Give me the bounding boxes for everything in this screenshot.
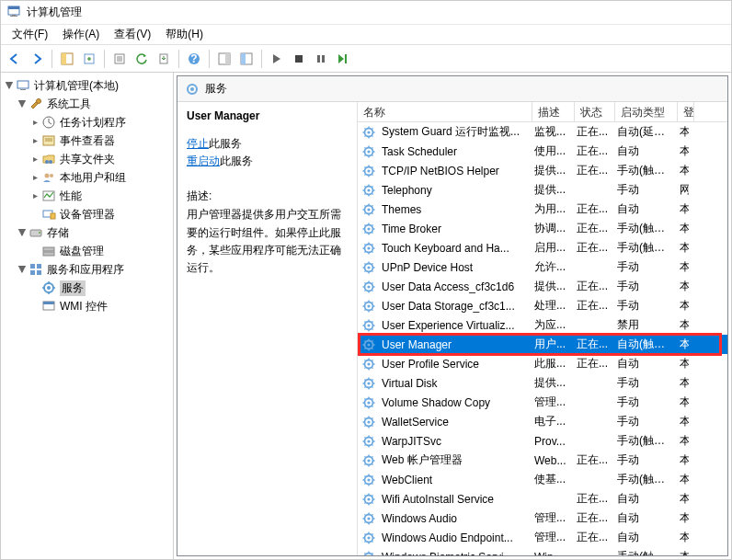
back-button[interactable] — [5, 49, 25, 69]
tree-node-services[interactable]: 服务 — [1, 279, 173, 297]
svg-point-32 — [50, 174, 53, 177]
expand-icon[interactable]: ▸ — [29, 173, 41, 182]
tree-node-shared-folders[interactable]: ▸ 共享文件夹 — [1, 150, 173, 168]
menu-help[interactable]: 帮助(H) — [158, 25, 211, 44]
expand-icon[interactable]: ▸ — [29, 154, 41, 164]
help-button[interactable]: ? — [184, 49, 204, 69]
cell-status: 正在... — [573, 491, 613, 507]
service-row[interactable]: TCP/IP NetBIOS Helper提供...正在...手动(触发...本 — [358, 161, 727, 180]
stop-service-button[interactable] — [289, 49, 309, 69]
svg-rect-40 — [30, 264, 35, 269]
pause-service-button[interactable] — [311, 49, 331, 69]
content-header: 服务 — [177, 76, 727, 102]
service-row[interactable]: Time Broker协调...正在...手动(触发...本 — [358, 219, 727, 238]
service-row[interactable]: UPnP Device Host允许...手动本 — [358, 257, 727, 277]
service-row[interactable]: User Data Access_cf3c1d6提供...正在...手动本 — [358, 277, 727, 296]
service-row[interactable]: User Profile Service此服...正在...自动本 — [358, 354, 727, 373]
tree-node-device-manager[interactable]: 设备管理器 — [1, 205, 173, 223]
stop-service-link[interactable]: 停止 — [187, 137, 209, 150]
show-hide-tree-button[interactable] — [57, 49, 77, 69]
refresh-button[interactable] — [132, 49, 152, 69]
service-row[interactable]: Windows Biometric Servi...Win...手动(触发...… — [358, 547, 727, 555]
service-row[interactable]: User Data Storage_cf3c1...处理...正在...手动本 — [358, 296, 727, 315]
svg-point-37 — [39, 232, 40, 234]
expand-icon[interactable]: ⯆ — [16, 99, 29, 109]
expand-icon[interactable]: ▸ — [29, 118, 41, 127]
app-icon — [6, 4, 27, 21]
expand-icon[interactable]: ⯆ — [16, 265, 29, 274]
tree-node-services-apps[interactable]: ⯆ 服务和应用程序 — [1, 260, 173, 279]
properties-button[interactable] — [109, 49, 130, 69]
cell-description: 用户... — [531, 337, 573, 352]
cell-startup: 自动 — [613, 530, 676, 545]
tree-node-storage[interactable]: ⯆ 存储 — [1, 223, 173, 242]
tree-node-disk-management[interactable]: 磁盘管理 — [1, 242, 173, 260]
service-row[interactable]: Windows Audio Endpoint...管理...正在...自动本 — [358, 528, 727, 547]
tree-node-local-users[interactable]: ▸ 本地用户和组 — [1, 168, 173, 187]
cell-logon: 本 — [676, 356, 689, 371]
tree-node-event-viewer[interactable]: ▸ 事件查看器 — [1, 131, 173, 150]
col-header-name[interactable]: 名称 — [358, 102, 532, 121]
cell-logon: 本 — [676, 549, 689, 555]
tree-node-root[interactable]: ⯆ 计算机管理(本地) — [1, 76, 173, 95]
cell-name: User Experience Virtualiz... — [378, 319, 531, 332]
tree-node-performance[interactable]: ▸ 性能 — [1, 187, 173, 205]
cell-status: 正在... — [573, 279, 613, 294]
show-hide-action-pane-button[interactable] — [214, 49, 234, 69]
tree-node-system-tools[interactable]: ⯆ 系统工具 — [1, 95, 173, 113]
svg-point-59 — [367, 208, 370, 211]
tree-node-wmi-control[interactable]: WMI 控件 — [1, 297, 173, 315]
service-row[interactable]: Virtual Disk提供...手动本 — [358, 373, 727, 393]
svg-point-30 — [49, 160, 52, 164]
cell-name: Windows Audio — [378, 512, 531, 525]
col-header-status[interactable]: 状态 — [575, 102, 615, 121]
expand-icon[interactable]: ▸ — [29, 191, 41, 200]
window-title: 计算机管理 — [27, 5, 82, 20]
toolbar-separator — [178, 50, 179, 68]
service-row[interactable]: Telephony提供...手动网 — [358, 180, 727, 200]
expand-icon[interactable]: ⯆ — [16, 228, 29, 237]
forward-button[interactable] — [27, 49, 47, 69]
service-row[interactable]: Wifi AutoInstall Service正在...自动本 — [358, 489, 727, 509]
list-body[interactable]: System Guard 运行时监视...监视...正在...自动(延迟...本… — [358, 122, 727, 555]
menu-file[interactable]: 文件(F) — [5, 25, 55, 44]
service-row[interactable]: Volume Shadow Copy管理...手动本 — [358, 393, 727, 412]
svg-rect-35 — [51, 213, 55, 219]
cell-description: 此服... — [531, 356, 573, 371]
service-row[interactable]: Themes为用...正在...自动本 — [358, 200, 727, 219]
gear-icon — [361, 395, 376, 410]
service-row[interactable]: User Experience Virtualiz...为应...禁用本 — [358, 315, 727, 335]
cell-startup: 自动 — [613, 356, 676, 371]
service-row[interactable]: Web 帐户管理器Web...正在...手动本 — [358, 451, 727, 470]
export-button[interactable] — [154, 49, 174, 69]
col-header-description[interactable]: 描述 — [532, 102, 575, 121]
service-row[interactable]: System Guard 运行时监视...监视...正在...自动(延迟...本 — [358, 122, 727, 142]
start-service-button[interactable] — [267, 49, 287, 69]
show-hide-console-tree-button[interactable] — [236, 49, 257, 69]
titlebar: 计算机管理 — [1, 1, 731, 25]
cell-startup: 自动 — [613, 201, 676, 217]
gear-icon — [361, 376, 376, 391]
export-list-button[interactable] — [79, 49, 99, 69]
service-row[interactable]: Touch Keyboard and Ha...启用...正在...手动(触发.… — [358, 238, 727, 257]
restart-service-link[interactable]: 重启动 — [187, 154, 220, 167]
svg-rect-41 — [37, 264, 41, 269]
service-row[interactable]: Windows Audio管理...正在...自动本 — [358, 509, 727, 528]
expand-icon[interactable]: ⯆ — [3, 81, 16, 90]
service-row[interactable]: WebClient使基...手动(触发...本 — [358, 470, 727, 489]
cell-name: WalletService — [378, 416, 531, 429]
tree-node-task-scheduler[interactable]: ▸ 任务计划程序 — [1, 113, 173, 131]
service-row[interactable]: WalletService电子...手动本 — [358, 412, 727, 431]
col-header-startup[interactable]: 启动类型 — [615, 102, 678, 121]
expand-icon[interactable]: ▸ — [29, 136, 41, 145]
menu-view[interactable]: 查看(V) — [107, 25, 158, 44]
gear-icon — [361, 202, 376, 217]
col-header-logon[interactable]: 登 — [678, 102, 694, 121]
restart-service-button[interactable] — [333, 49, 353, 69]
menu-action[interactable]: 操作(A) — [55, 25, 107, 44]
nav-tree[interactable]: ⯆ 计算机管理(本地) ⯆ 系统工具 ▸ 任务计划程序 ▸ 事件查看器 ▸ — [1, 73, 174, 559]
service-row[interactable]: Task Scheduler使用...正在...自动本 — [358, 142, 727, 161]
service-row[interactable]: WarpJITSvcProv...手动(触发...本 — [358, 431, 727, 451]
cell-logon: 本 — [676, 143, 689, 159]
service-row[interactable]: User Manager用户...正在...自动(触发...本 — [358, 335, 727, 354]
